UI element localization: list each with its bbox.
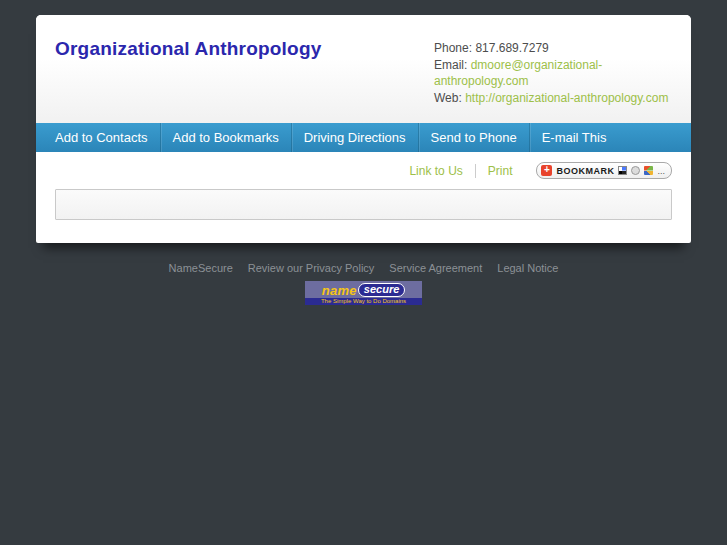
- footer-item: Service Agreement: [389, 258, 482, 276]
- logo-tagline: The Simple Way to Do Domains: [305, 298, 422, 305]
- email-label: Email:: [434, 58, 467, 72]
- footer-item: NameSecure: [169, 258, 233, 276]
- nav-item-label: E-mail This: [542, 130, 607, 145]
- footer-link-privacy-policy[interactable]: Review our Privacy Policy: [248, 262, 375, 274]
- card-header: Organizational Anthropology Phone: 817.6…: [36, 15, 691, 123]
- print-link[interactable]: Print: [488, 164, 513, 178]
- msn-icon: [644, 166, 653, 175]
- nav-driving-directions[interactable]: Driving Directions: [291, 123, 418, 152]
- nav-send-to-phone[interactable]: Send to Phone: [418, 123, 529, 152]
- namesecure-logo-wordmark: name secure: [305, 281, 422, 297]
- logo-name-text: name: [322, 283, 357, 298]
- bookmark-widget-button[interactable]: + BOOKMARK ...: [536, 162, 672, 179]
- addthis-plus-icon: +: [541, 165, 552, 176]
- phone-value: 817.689.7279: [475, 41, 548, 55]
- footer-item: Review our Privacy Policy: [248, 258, 375, 276]
- footer: NameSecure Review our Privacy Policy Ser…: [0, 258, 727, 305]
- page-title: Organizational Anthropology: [55, 32, 321, 123]
- digg-icon: [631, 166, 640, 175]
- secondary-actions-row: Link to Us Print + BOOKMARK ...: [36, 152, 691, 189]
- nav-item-label: Add to Contacts: [55, 130, 148, 145]
- footer-link-service-agreement[interactable]: Service Agreement: [389, 262, 482, 274]
- nav-item-label: Send to Phone: [431, 130, 517, 145]
- web-label: Web:: [434, 91, 462, 105]
- bookmark-label: BOOKMARK: [556, 166, 614, 176]
- nav-item-label: Add to Bookmarks: [173, 130, 279, 145]
- footer-link-namesecure[interactable]: NameSecure: [169, 262, 233, 274]
- nav-add-to-bookmarks[interactable]: Add to Bookmarks: [160, 123, 291, 152]
- bookmark-more-ellipsis: ...: [657, 166, 665, 176]
- nav-item-label: Driving Directions: [304, 130, 406, 145]
- business-card: Organizational Anthropology Phone: 817.6…: [36, 15, 691, 243]
- namesecure-logo[interactable]: name secure The Simple Way to Do Domains: [305, 281, 422, 305]
- footer-link-legal-notice[interactable]: Legal Notice: [497, 262, 558, 274]
- divider: [475, 164, 476, 178]
- footer-item: Legal Notice: [497, 258, 558, 276]
- logo-secure-badge: secure: [358, 283, 405, 297]
- contact-info: Phone: 817.689.7279 Email: dmoore@organi…: [434, 32, 672, 123]
- empty-content-box: [55, 189, 672, 220]
- nav-email-this[interactable]: E-mail This: [529, 123, 619, 152]
- phone-label: Phone:: [434, 41, 472, 55]
- action-nav-bar: Add to Contacts Add to Bookmarks Driving…: [36, 123, 691, 152]
- delicious-icon: [618, 166, 627, 175]
- link-to-us-link[interactable]: Link to Us: [409, 164, 462, 178]
- footer-links: NameSecure Review our Privacy Policy Ser…: [0, 258, 727, 276]
- nav-add-to-contacts[interactable]: Add to Contacts: [43, 123, 160, 152]
- website-link[interactable]: http://organizational-anthropology.com: [465, 91, 668, 105]
